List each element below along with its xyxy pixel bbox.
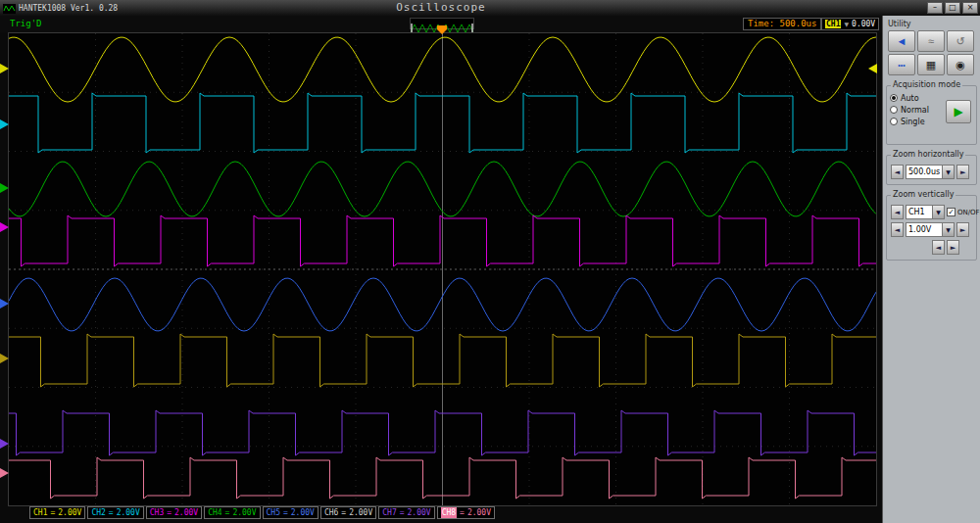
scope-display[interactable] xyxy=(8,32,877,506)
qr-code-button[interactable]: ▦ xyxy=(917,54,945,75)
title-bar: HANTEK1008 Ver1. 0.28 Oscilloscope – □ × xyxy=(0,0,980,16)
volts-increase-button[interactable]: ► xyxy=(956,222,969,237)
ch8-position-marker[interactable] xyxy=(0,468,9,478)
status-ch7[interactable]: CH7=2.00V xyxy=(378,506,434,519)
zoom-vertical-label: Zoom vertically xyxy=(891,190,956,199)
channel-select[interactable]: CH1 ▼ xyxy=(906,205,945,219)
status-ch6[interactable]: CH6=2.00V xyxy=(320,506,376,519)
close-button[interactable]: × xyxy=(962,2,978,14)
status-ch2[interactable]: CH2=2.00V xyxy=(87,506,143,519)
timebase-readout: Time: 500.0us xyxy=(743,18,821,30)
channel-name: CH1 xyxy=(33,507,47,518)
acquisition-label: Acquisition mode xyxy=(891,80,962,89)
camera-icon: ◉ xyxy=(956,59,965,71)
channel-separator: = xyxy=(50,507,55,518)
status-ch1[interactable]: CH1=2.00V xyxy=(29,506,85,519)
channel-onoff-label: ON/OFF xyxy=(957,209,980,216)
channel-separator: = xyxy=(109,507,114,518)
status-ch4[interactable]: CH4=2.00V xyxy=(204,506,260,519)
timebase-select[interactable]: 500.0us ▼ xyxy=(906,165,955,179)
utility-label: Utility xyxy=(888,20,980,28)
radio-label: Auto xyxy=(901,94,919,103)
channel-volts-per-div: 2.00V xyxy=(58,507,81,518)
channel-status-bar: CH1=2.00VCH2=2.00VCH3=2.00VCH4=2.00VCH5=… xyxy=(29,506,495,519)
channel-volts-per-div: 2.00V xyxy=(117,507,140,518)
channel-name: CH6 xyxy=(324,507,338,518)
app-window: HANTEK1008 Ver1. 0.28 Oscilloscope – □ ×… xyxy=(0,0,980,523)
waveform-icon: ≈ xyxy=(928,35,934,47)
channel-volts-per-div: 2.00V xyxy=(232,507,256,518)
ch3-position-marker[interactable] xyxy=(0,183,9,193)
channel-onoff-checkbox[interactable]: ✓ xyxy=(947,208,956,216)
title-bar-left: HANTEK1008 Ver1. 0.28 xyxy=(0,0,118,18)
ch7-position-marker[interactable] xyxy=(0,439,9,449)
channel-name: CH3 xyxy=(150,507,164,518)
undo-button[interactable]: ↺ xyxy=(947,30,974,52)
offset-down-button[interactable]: ► xyxy=(947,240,959,255)
status-ch3[interactable]: CH3=2.00V xyxy=(146,506,202,519)
ch2-position-marker[interactable] xyxy=(0,119,9,129)
camera-button[interactable]: ◉ xyxy=(947,54,974,75)
more-icon: ••• xyxy=(898,62,905,69)
app-title: HANTEK1008 Ver1. 0.28 xyxy=(19,4,118,13)
timebase-increase-button[interactable]: ► xyxy=(956,165,969,179)
volts-select[interactable]: 1.00V ▼ xyxy=(906,222,955,237)
status-ch5[interactable]: CH5=2.00V xyxy=(263,506,318,519)
ch6-position-marker[interactable] xyxy=(0,354,9,363)
utility-button-grid: ◄≈↺•••▦◉ xyxy=(888,30,980,75)
trigger-position-marker[interactable] xyxy=(437,25,447,29)
control-sidebar: Utility ◄≈↺•••▦◉ Acquisition mode AutoNo… xyxy=(882,16,980,523)
channel-name: CH4 xyxy=(208,507,221,518)
channel-separator: = xyxy=(225,507,230,518)
channel-volts-per-div: 2.00V xyxy=(349,507,372,518)
channel-separator: = xyxy=(460,507,465,518)
radio-dot xyxy=(890,106,898,114)
minimize-button[interactable]: – xyxy=(927,2,943,14)
chevron-down-icon[interactable]: ▼ xyxy=(942,166,954,178)
chevron-down-icon[interactable]: ▼ xyxy=(844,21,849,27)
chevron-down-icon[interactable]: ▼ xyxy=(932,206,944,218)
acquisition-group: Acquisition mode AutoNormalSingle ▶ xyxy=(886,85,977,145)
ch1-position-marker[interactable] xyxy=(0,64,9,73)
window-controls: – □ × xyxy=(927,2,978,14)
qr-code-icon: ▦ xyxy=(926,59,936,71)
run-button[interactable]: ▶ xyxy=(946,100,971,123)
chevron-down-icon[interactable]: ▼ xyxy=(942,223,954,236)
channel-prev-button[interactable]: ◄ xyxy=(891,205,904,219)
channel-volts-per-div: 2.00V xyxy=(291,507,315,518)
radio-dot xyxy=(890,118,898,125)
volts-decrease-button[interactable]: ◄ xyxy=(891,222,904,237)
channel-separator: = xyxy=(167,507,172,518)
ch4-position-marker[interactable] xyxy=(0,222,9,232)
volts-value: 1.00V xyxy=(906,223,942,236)
offset-up-button[interactable]: ◄ xyxy=(932,240,945,255)
back-icon: ◄ xyxy=(897,35,907,47)
channel-name: CH7 xyxy=(382,507,396,518)
trigger-level-marker[interactable] xyxy=(868,64,877,73)
channel-volts-per-div: 2.00V xyxy=(467,507,491,518)
channel-name: CH8 xyxy=(441,507,457,518)
channel-volts-per-div: 2.00V xyxy=(408,507,431,518)
channel-name: CH5 xyxy=(267,507,280,518)
waveform-button[interactable]: ≈ xyxy=(917,30,945,52)
more-button[interactable]: ••• xyxy=(888,54,915,75)
channel-separator: = xyxy=(341,507,346,518)
zoom-horizontal-group: Zoom horizontally ◄ 500.0us ▼ ► xyxy=(886,155,977,185)
zoom-vertical-group: Zoom vertically ◄ CH1 ▼ ✓ ON/OFF ◄ 1.00V… xyxy=(886,195,977,261)
ch5-position-marker[interactable] xyxy=(0,299,9,309)
trigger-level-value: 0.00V xyxy=(852,20,875,28)
zoom-horizontal-label: Zoom horizontally xyxy=(891,150,965,159)
maximize-button[interactable]: □ xyxy=(945,2,960,14)
timebase-decrease-button[interactable]: ◄ xyxy=(891,165,904,179)
timebase-value: 500.0us xyxy=(906,166,942,178)
app-icon xyxy=(3,0,16,18)
radio-label: Normal xyxy=(901,106,929,115)
undo-icon: ↺ xyxy=(956,35,964,48)
trigger-source-badge[interactable]: CH1 xyxy=(825,20,841,28)
status-ch8[interactable]: CH8=2.00V xyxy=(437,506,495,519)
back-button[interactable]: ◄ xyxy=(888,30,915,52)
radio-dot xyxy=(890,94,898,102)
trigger-readout[interactable]: CH1 ▼ 0.00V xyxy=(821,18,879,30)
channel-separator: = xyxy=(400,507,405,518)
scope-main-area: Trig'D Time: 500.0us CH1 ▼ 0.00V CH1=2.0… xyxy=(0,16,882,523)
